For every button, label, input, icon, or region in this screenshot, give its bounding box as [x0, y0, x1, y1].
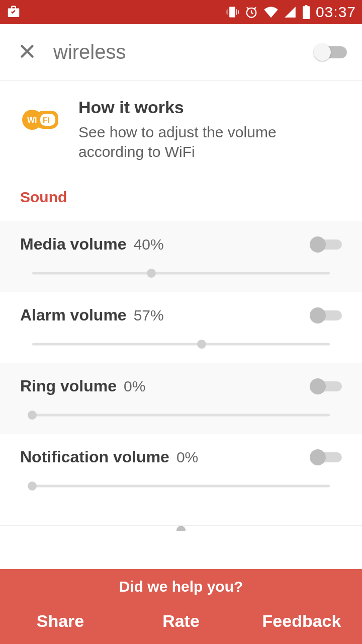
- volume-slider[interactable]: [32, 340, 330, 349]
- rate-button[interactable]: Rate: [121, 602, 241, 644]
- volume-percent: 0%: [124, 378, 145, 395]
- close-icon[interactable]: [18, 42, 36, 62]
- how-it-works-text: How it works See how to adjust the volum…: [78, 98, 342, 162]
- app-bar: wireless: [0, 24, 362, 80]
- volume-toggle[interactable]: [311, 309, 342, 321]
- svg-text:Wi: Wi: [27, 116, 37, 124]
- volume-label: Ring volume: [20, 377, 117, 395]
- volume-percent: 40%: [134, 236, 164, 253]
- wifi-icon: [263, 5, 279, 20]
- wifi-badge-icon: WiFiFi: [22, 105, 59, 133]
- volume-label: Notification volume: [20, 448, 169, 466]
- volume-item: Notification volume0%: [0, 434, 362, 505]
- volume-toggle[interactable]: [311, 451, 342, 463]
- volume-item: Media volume40%: [0, 221, 362, 292]
- signal-icon: [284, 6, 297, 19]
- status-bar: 03:37: [0, 0, 362, 24]
- share-button[interactable]: Share: [0, 602, 121, 644]
- footer-prompt: Did we help you?: [0, 569, 362, 602]
- how-it-works-card[interactable]: WiFiFi How it works See how to adjust th…: [0, 80, 362, 179]
- battery-icon: [302, 5, 311, 19]
- volume-label: Alarm volume: [20, 306, 127, 325]
- volume-item: Alarm volume57%: [0, 292, 362, 363]
- vibrate-icon: [225, 5, 239, 19]
- how-desc: See how to adjust the volume according t…: [78, 122, 342, 162]
- status-clock: 03:37: [316, 4, 356, 21]
- volume-item: Ring volume0%: [0, 363, 362, 434]
- volume-label: Media volume: [20, 235, 127, 254]
- alarm-icon: [244, 5, 258, 19]
- volume-percent: 0%: [176, 449, 198, 466]
- svg-text:Fi: Fi: [43, 116, 50, 124]
- volume-slider[interactable]: [32, 411, 330, 420]
- section-label-sound: Sound: [0, 179, 362, 221]
- page-title: wireless: [53, 41, 316, 63]
- volume-toggle[interactable]: [311, 380, 342, 392]
- status-right: 03:37: [225, 4, 356, 21]
- volume-toggle[interactable]: [311, 238, 342, 251]
- volume-slider[interactable]: [32, 481, 330, 491]
- master-toggle[interactable]: [316, 46, 347, 58]
- feedback-button[interactable]: Feedback: [241, 602, 362, 644]
- volume-slider[interactable]: [32, 269, 330, 278]
- status-left: [6, 5, 21, 20]
- how-title: How it works: [78, 98, 342, 117]
- briefcase-icon: [6, 5, 21, 20]
- volume-percent: 57%: [134, 307, 164, 324]
- volume-list: Media volume40%Alarm volume57%Ring volum…: [0, 221, 362, 505]
- footer: Did we help you? Share Rate Feedback: [0, 569, 362, 644]
- partial-slider: [0, 526, 362, 546]
- footer-buttons: Share Rate Feedback: [0, 602, 362, 644]
